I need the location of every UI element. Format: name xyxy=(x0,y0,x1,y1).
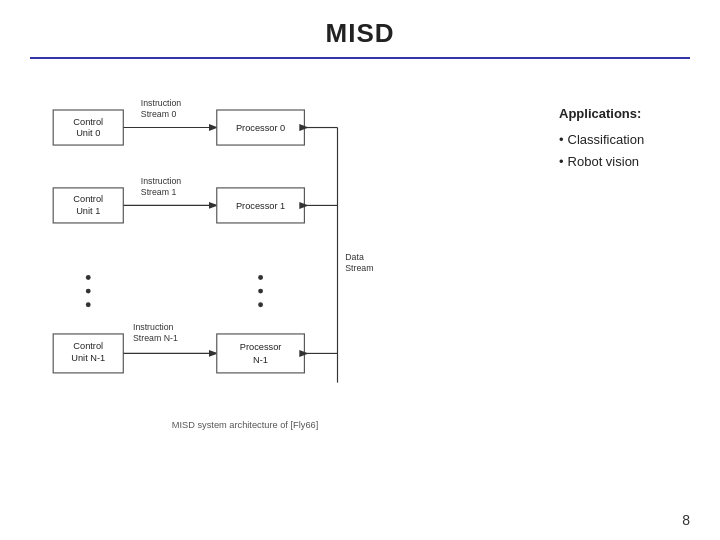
title-area: MISD xyxy=(30,18,690,59)
main-content: Control Unit 0 Instruction Stream 0 Proc… xyxy=(30,73,690,447)
applications-heading: Applications: xyxy=(559,103,676,125)
diagram-area: Control Unit 0 Instruction Stream 0 Proc… xyxy=(30,73,535,447)
app-item-classification: • Classification xyxy=(559,129,676,151)
app-label-classification: Classification xyxy=(568,129,645,151)
svg-point-23 xyxy=(86,302,91,307)
svg-point-25 xyxy=(258,289,263,294)
bullet-classification: • xyxy=(559,129,564,151)
svg-text:Control: Control xyxy=(73,117,103,127)
svg-point-21 xyxy=(86,275,91,280)
bullet-robot-vision: • xyxy=(559,151,564,173)
svg-text:Control: Control xyxy=(73,341,103,351)
svg-text:Data: Data xyxy=(345,252,364,262)
svg-text:Stream: Stream xyxy=(345,263,373,273)
svg-text:Stream 0: Stream 0 xyxy=(141,109,177,119)
applications-box: Applications: • Classification • Robot v… xyxy=(545,93,690,183)
svg-point-22 xyxy=(86,289,91,294)
svg-text:Instruction: Instruction xyxy=(141,98,181,108)
svg-text:Processor 1: Processor 1 xyxy=(236,201,285,211)
svg-text:Unit 0: Unit 0 xyxy=(76,128,100,138)
svg-text:Control: Control xyxy=(73,195,103,205)
svg-point-24 xyxy=(258,275,263,280)
svg-text:MISD system architecture of [F: MISD system architecture of [Fly66] xyxy=(172,420,319,430)
misd-diagram: Control Unit 0 Instruction Stream 0 Proc… xyxy=(30,73,460,443)
svg-text:Unit 1: Unit 1 xyxy=(76,206,100,216)
svg-text:Stream N-1: Stream N-1 xyxy=(133,333,178,343)
svg-text:Processor: Processor xyxy=(240,343,282,353)
svg-text:Processor 0: Processor 0 xyxy=(236,123,285,133)
svg-point-26 xyxy=(258,302,263,307)
svg-text:Instruction: Instruction xyxy=(133,322,173,332)
slide-title: MISD xyxy=(326,18,395,48)
slide-page: MISD Control Unit 0 Instruction xyxy=(0,0,720,540)
svg-rect-33 xyxy=(217,334,305,373)
svg-text:N-1: N-1 xyxy=(253,355,268,365)
app-label-robot-vision: Robot vision xyxy=(568,151,640,173)
svg-text:Instruction: Instruction xyxy=(141,176,181,186)
app-item-robot-vision: • Robot vision xyxy=(559,151,676,173)
page-number: 8 xyxy=(682,512,690,528)
svg-text:Unit N-1: Unit N-1 xyxy=(71,353,105,363)
svg-text:Stream 1: Stream 1 xyxy=(141,187,177,197)
